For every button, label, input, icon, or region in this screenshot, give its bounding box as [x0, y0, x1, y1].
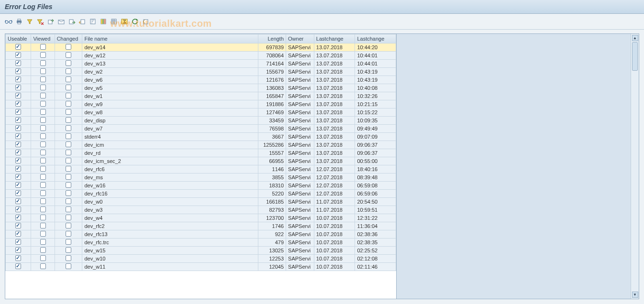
svg-rect-8	[81, 20, 85, 24]
svg-point-0	[5, 21, 8, 23]
sum-icon[interactable]	[120, 17, 129, 26]
filter-icon[interactable]	[25, 17, 34, 26]
export-icon[interactable]	[46, 17, 56, 26]
svg-rect-3	[18, 19, 21, 21]
filter-delete-icon[interactable]	[35, 17, 45, 26]
page-title: Error Log Files	[0, 0, 644, 14]
svg-rect-11	[101, 19, 102, 24]
send-icon[interactable]	[56, 17, 66, 26]
glasses-icon[interactable]	[4, 17, 13, 26]
svg-rect-13	[104, 19, 106, 24]
download-icon[interactable]	[67, 17, 77, 26]
sort-asc-icon[interactable]	[88, 17, 98, 26]
import-icon[interactable]	[78, 17, 87, 26]
svg-rect-12	[102, 19, 104, 24]
svg-rect-7	[69, 20, 73, 24]
layout-icon[interactable]	[99, 17, 108, 26]
print-icon[interactable]	[14, 17, 24, 26]
back-icon[interactable]	[141, 17, 150, 26]
grid-icon[interactable]	[109, 17, 119, 26]
svg-rect-14	[111, 19, 116, 24]
toolbar	[0, 14, 644, 30]
refresh-icon[interactable]	[130, 17, 140, 26]
svg-point-1	[9, 21, 12, 23]
svg-rect-4	[18, 22, 21, 24]
